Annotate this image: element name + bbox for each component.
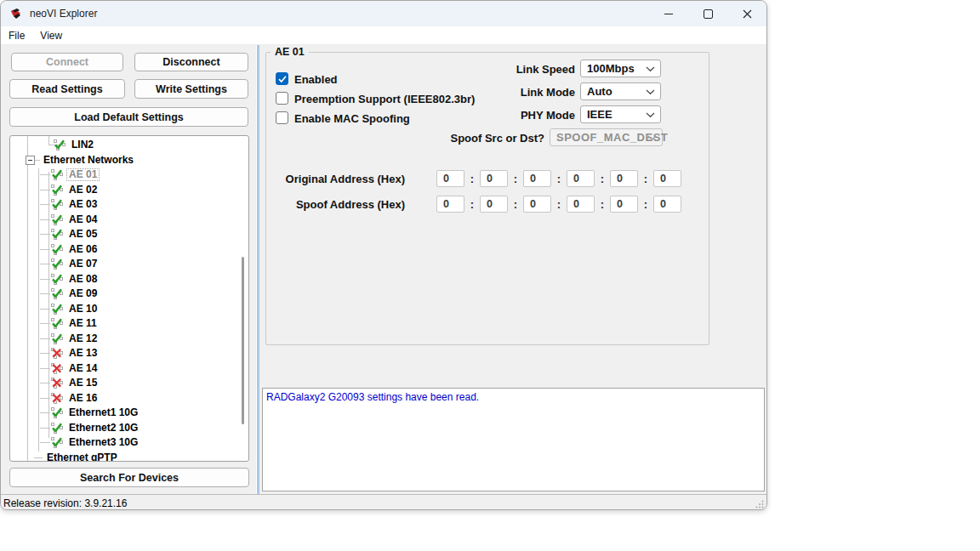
link-mode-label: Link Mode — [422, 86, 575, 99]
tree-item-ethernet3-10g[interactable]: Ethernet3 10G — [10, 435, 248, 451]
tree-item-ae-11[interactable]: AE 11 — [10, 316, 248, 332]
enabled-check-icon — [50, 184, 64, 196]
enabled-check-icon — [50, 258, 64, 270]
spoof-src-dst-select[interactable]: SPOOF_MAC_DEST — [550, 128, 663, 146]
tree-item-label: AE 15 — [67, 378, 99, 389]
original-octet-0[interactable] — [436, 170, 464, 187]
tree-item-ae-09[interactable]: AE 09 — [10, 287, 248, 302]
tree-item-ae-16[interactable]: AE 16 — [10, 391, 248, 406]
release-revision: Release revision: 3.9.21.16 — [3, 497, 127, 509]
enabled-check-icon — [50, 332, 64, 345]
octet-separator: : — [551, 173, 567, 185]
minimize-button[interactable] — [649, 1, 688, 26]
tree-item-ae-13[interactable]: AE 13 — [10, 346, 248, 361]
menu-view[interactable]: View — [32, 30, 70, 42]
maximize-button[interactable] — [688, 1, 727, 26]
enabled-check-icon — [50, 436, 64, 449]
tree-item-lin2[interactable]: LIN2 — [10, 138, 248, 153]
title-bar[interactable]: neoVI Explorer — [1, 1, 766, 26]
tree-item-label: AE 11 — [67, 318, 99, 329]
tree-item-ae-10[interactable]: AE 10 — [10, 302, 248, 317]
close-button[interactable] — [727, 1, 766, 26]
tree-item-label: AE 06 — [67, 244, 99, 255]
tree-scrollbar-thumb[interactable] — [242, 257, 244, 424]
enabled-checkbox[interactable] — [276, 72, 288, 85]
enabled-check-icon — [53, 139, 66, 151]
original-octet-3[interactable] — [567, 170, 595, 187]
log-message: RADGalaxy2 G20093 settings have been rea… — [266, 391, 479, 403]
tree-item-ae-04[interactable]: AE 04 — [10, 213, 248, 228]
tree-item-ethernet-gptp[interactable]: Ethernet gPTP — [10, 451, 248, 463]
maximize-icon — [704, 9, 713, 19]
tree-item-label: AE 03 — [67, 199, 99, 210]
tree-item-label: LIN2 — [70, 139, 95, 151]
log-panel: RADGalaxy2 G20093 settings have been rea… — [262, 388, 765, 491]
tree-item-label: Ethernet3 10G — [67, 437, 140, 448]
spoof-octet-5[interactable] — [653, 196, 681, 213]
spoof-address-row: : : : : : — [436, 196, 681, 213]
device-tree-rows: LIN2Ethernet NetworksAE 01AE 02AE 03AE 0… — [10, 138, 248, 462]
tree-item-label: AE 09 — [67, 288, 99, 299]
connect-button[interactable]: Connect — [11, 53, 123, 71]
phy-mode-label: PHY Mode — [422, 109, 575, 122]
enabled-check-icon — [50, 317, 64, 330]
spoof-octet-4[interactable] — [610, 196, 638, 213]
spoof-octet-3[interactable] — [567, 196, 595, 213]
spoof-octet-1[interactable] — [480, 196, 508, 213]
panel-splitter[interactable] — [256, 45, 259, 494]
tree-item-label: AE 08 — [67, 274, 99, 285]
link-speed-select[interactable]: 100Mbps — [580, 60, 661, 77]
original-octet-5[interactable] — [653, 170, 681, 187]
tree-item-label: AE 14 — [67, 363, 99, 374]
tree-item-ae-01[interactable]: AE 01 — [10, 168, 248, 183]
chevron-down-icon — [646, 112, 655, 118]
groupbox-title: AE 01 — [271, 46, 309, 58]
preemption-checkbox[interactable] — [276, 92, 288, 105]
enabled-label: Enabled — [294, 73, 338, 86]
original-address-label: Original Address (Hex) — [256, 173, 405, 185]
resize-grip[interactable] — [755, 500, 764, 508]
disabled-cross-icon — [50, 377, 64, 389]
spoof-octet-0[interactable] — [436, 196, 464, 213]
tree-item-ae-06[interactable]: AE 06 — [10, 242, 248, 258]
tree-item-label: AE 13 — [67, 348, 99, 359]
tree-item-label: AE 05 — [67, 229, 99, 240]
tree-item-ethernet2-10g[interactable]: Ethernet2 10G — [10, 421, 248, 436]
original-octet-1[interactable] — [480, 170, 508, 187]
device-tree[interactable]: LIN2Ethernet NetworksAE 01AE 02AE 03AE 0… — [9, 135, 249, 462]
load-default-settings-button[interactable]: Load Default Settings — [9, 107, 248, 127]
tree-item-ethernet-networks[interactable]: Ethernet Networks — [10, 153, 248, 168]
spoof-octet-2[interactable] — [523, 196, 551, 213]
tree-item-ethernet1-10g[interactable]: Ethernet1 10G — [10, 406, 248, 421]
tree-item-ae-08[interactable]: AE 08 — [10, 272, 248, 287]
tree-item-ae-02[interactable]: AE 02 — [10, 183, 248, 198]
search-for-devices-button[interactable]: Search For Devices — [9, 468, 249, 487]
read-settings-button[interactable]: Read Settings — [9, 79, 125, 99]
write-settings-button[interactable]: Write Settings — [134, 79, 248, 99]
enabled-check-icon — [50, 243, 64, 256]
tree-item-label: AE 12 — [67, 333, 99, 344]
app-window: neoVI Explorer File View Connect Disconn… — [0, 0, 767, 510]
tree-item-ae-15[interactable]: AE 15 — [10, 376, 248, 391]
collapse-icon[interactable] — [26, 156, 35, 165]
app-logo-icon — [9, 7, 23, 20]
mac-spoofing-checkbox[interactable] — [276, 111, 288, 124]
original-octet-4[interactable] — [610, 170, 638, 187]
disabled-cross-icon — [50, 392, 64, 405]
tree-item-ae-07[interactable]: AE 07 — [10, 257, 248, 272]
tree-item-ae-12[interactable]: AE 12 — [10, 332, 248, 347]
tree-item-label: AE 10 — [67, 304, 99, 315]
original-address-row: : : : : : — [436, 170, 681, 187]
disabled-cross-icon — [50, 362, 64, 375]
tree-item-ae-03[interactable]: AE 03 — [10, 197, 248, 213]
tree-item-ae-14[interactable]: AE 14 — [10, 361, 248, 377]
link-mode-select[interactable]: Auto — [580, 82, 661, 100]
disconnect-button[interactable]: Disconnect — [134, 53, 248, 71]
status-bar: Release revision: 3.9.21.16 — [1, 494, 766, 510]
tree-item-ae-05[interactable]: AE 05 — [10, 227, 248, 242]
enabled-check-icon — [50, 422, 64, 435]
phy-mode-select[interactable]: IEEE — [580, 105, 661, 123]
disabled-cross-icon — [50, 347, 64, 360]
menu-file[interactable]: File — [1, 30, 32, 42]
original-octet-2[interactable] — [523, 170, 551, 187]
